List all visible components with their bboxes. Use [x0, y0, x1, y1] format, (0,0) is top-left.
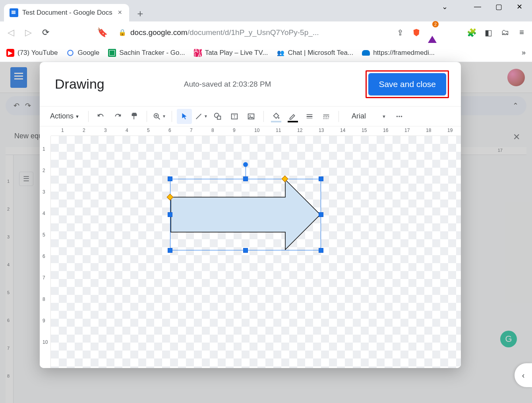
svg-rect-23	[328, 118, 329, 119]
drawing-vertical-ruler: 12345678910	[40, 136, 51, 368]
bookmark-teams[interactable]: 👥Chat | Microsoft Tea...	[277, 49, 353, 57]
browser-toolbar: ◁ ▷ ⟳ 🔖 🔒 docs.google.com/document/d/1hP…	[0, 21, 532, 44]
wallet-icon[interactable]: 🗂	[500, 28, 510, 37]
browser-titlebar: Test Document - Google Docs × + ⌄ ― ▢ ✕	[0, 0, 532, 21]
tab-search-icon[interactable]: ⌄	[442, 2, 448, 11]
bookmarks-overflow-icon[interactable]: »	[522, 48, 526, 57]
select-tool[interactable]	[177, 109, 192, 124]
nav-forward-icon[interactable]: ▷	[23, 27, 33, 38]
svg-rect-17	[323, 116, 325, 117]
dialog-header: Drawing Auto-saved at 2:03:28 PM Save an…	[40, 62, 461, 107]
border-dash-button[interactable]	[319, 109, 334, 124]
sidepanel-icon[interactable]: ◧	[484, 28, 493, 37]
resize-handle-se[interactable]	[319, 248, 323, 253]
svg-rect-14	[307, 116, 313, 117]
brave-rewards-icon[interactable]: 2	[428, 29, 437, 36]
youtube-icon: ▶	[6, 49, 14, 57]
resize-handle-ne[interactable]	[319, 176, 323, 181]
drawing-horizontal-ruler: 12345678910111213141516171819	[51, 126, 461, 136]
tab-close-icon[interactable]: ×	[116, 9, 124, 16]
bookmark-label: Chat | Microsoft Tea...	[288, 49, 353, 57]
bookmark-label: Tata Play – Live TV...	[205, 49, 268, 57]
bookmark-youtube[interactable]: ▶(73) YouTube	[6, 49, 58, 57]
drawing-toolbar: Actions▼ ▼ ▼ T Arial▼	[40, 107, 461, 126]
save-and-close-button[interactable]: Save and close	[368, 73, 446, 95]
svg-line-5	[196, 114, 201, 119]
rotation-connector	[246, 167, 246, 176]
onedrive-icon	[362, 50, 370, 56]
svg-rect-21	[325, 118, 325, 119]
redo-button[interactable]	[110, 109, 125, 124]
svg-rect-13	[307, 114, 313, 115]
url-text: docs.google.com/document/d/1hP_y_UsnQ7Yo…	[130, 28, 319, 37]
docs-favicon	[10, 8, 18, 17]
save-button-highlight: Save and close	[366, 70, 449, 98]
new-tab-button[interactable]: +	[132, 6, 148, 21]
google-icon	[66, 49, 74, 57]
more-options-button[interactable]	[392, 109, 407, 124]
svg-point-11	[250, 115, 251, 116]
bookmark-onedrive[interactable]: https://framedmedi...	[362, 49, 435, 57]
rewards-badge: 2	[432, 21, 439, 27]
textbox-tool[interactable]: T	[227, 109, 242, 124]
selected-shape-group[interactable]	[170, 179, 321, 250]
svg-rect-20	[323, 118, 324, 119]
undo-button[interactable]	[93, 109, 108, 124]
bookmark-sheets[interactable]: Sachin Tracker - Go...	[108, 49, 185, 57]
actions-menu[interactable]: Actions▼	[46, 110, 83, 123]
rotation-handle[interactable]	[243, 162, 248, 167]
svg-rect-19	[328, 116, 329, 117]
svg-point-25	[399, 116, 400, 117]
svg-point-24	[396, 116, 398, 117]
window-minimize-icon[interactable]: ―	[474, 2, 481, 11]
secure-lock-icon: 🔒	[118, 29, 126, 36]
svg-point-0	[68, 50, 74, 56]
resize-handle-n[interactable]	[243, 176, 248, 181]
extensions-icon[interactable]: 🧩	[467, 28, 476, 37]
font-family-select[interactable]: Arial▼	[348, 110, 390, 122]
line-tool[interactable]: ▼	[193, 109, 209, 124]
teams-icon: 👥	[277, 49, 284, 57]
resize-handle-nw[interactable]	[168, 176, 172, 181]
browser-tab[interactable]: Test Document - Google Docs ×	[4, 4, 129, 21]
svg-rect-15	[307, 118, 313, 118]
selection-box	[170, 179, 321, 250]
resize-handle-sw[interactable]	[168, 248, 172, 253]
zoom-button[interactable]: ▼	[152, 109, 167, 124]
fill-color-button[interactable]	[269, 109, 284, 124]
bookmark-label: Google	[77, 49, 99, 57]
resize-handle-w[interactable]	[168, 212, 172, 217]
tataplay-icon: TATAPLAY	[194, 49, 202, 57]
share-icon[interactable]: ⇪	[395, 28, 405, 37]
bookmarks-bar: ▶(73) YouTube Google Sachin Tracker - Go…	[0, 44, 532, 62]
svg-line-2	[158, 117, 160, 119]
paint-format-button[interactable]	[127, 109, 142, 124]
bookmark-tataplay[interactable]: TATAPLAYTata Play – Live TV...	[194, 49, 268, 57]
bookmark-label: (73) YouTube	[17, 49, 58, 57]
bookmark-label: Sachin Tracker - Go...	[119, 49, 185, 57]
border-weight-button[interactable]	[302, 109, 317, 124]
nav-reload-icon[interactable]: ⟳	[41, 27, 51, 38]
bookmark-google[interactable]: Google	[66, 49, 99, 57]
svg-rect-16	[323, 114, 329, 115]
drawing-dialog: Drawing Auto-saved at 2:03:28 PM Save an…	[40, 62, 461, 368]
address-bar[interactable]: 🔒 docs.google.com/document/d/1hP_y_UsnQ7…	[114, 28, 388, 37]
svg-rect-7	[217, 116, 221, 119]
resize-handle-s[interactable]	[243, 248, 248, 253]
resize-handle-e[interactable]	[319, 212, 323, 217]
brave-shield-icon[interactable]	[412, 28, 421, 37]
nav-back-icon[interactable]: ◁	[6, 27, 16, 38]
shape-tool[interactable]	[210, 109, 225, 124]
app-menu-icon[interactable]: ≡	[517, 28, 526, 37]
svg-point-26	[400, 116, 402, 117]
window-close-icon[interactable]: ✕	[517, 2, 522, 11]
dialog-title: Drawing	[55, 76, 104, 92]
bookmark-icon[interactable]: 🔖	[97, 27, 107, 38]
image-tool[interactable]	[244, 109, 259, 124]
svg-rect-22	[326, 118, 327, 119]
window-maximize-icon[interactable]: ▢	[495, 2, 502, 11]
border-color-button[interactable]	[285, 109, 300, 124]
drawing-canvas[interactable]	[51, 136, 461, 368]
drawing-canvas-area: 12345678910111213141516171819 1234567891…	[40, 126, 461, 368]
svg-text:T: T	[233, 114, 236, 118]
